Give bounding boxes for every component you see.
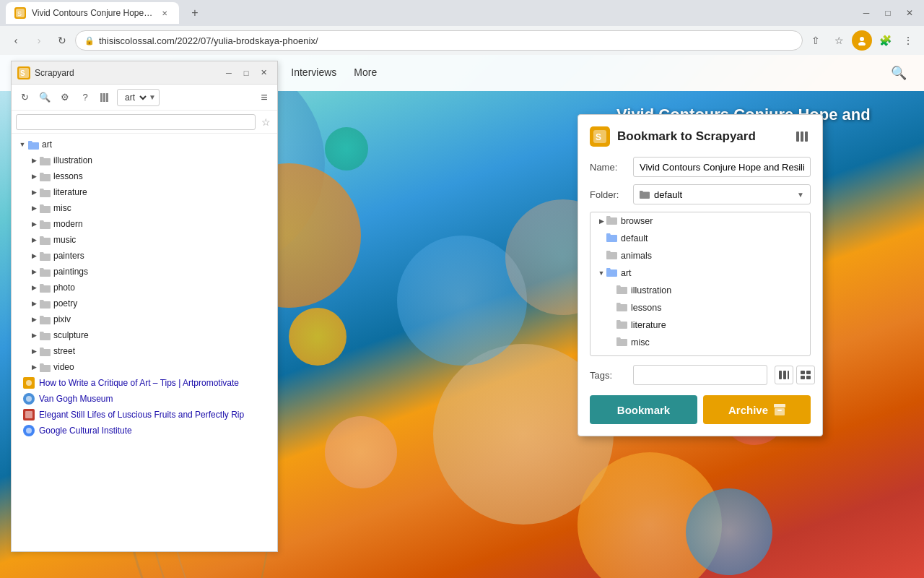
bp-tags-input[interactable] <box>633 365 767 385</box>
tree-label-pixiv: pixiv <box>53 314 273 324</box>
tree-link-artpromotivate[interactable]: How to Write a Critique of Art – Tips | … <box>12 375 277 391</box>
link-label-vangogh: Van Gogh Museum <box>39 394 113 404</box>
bp-tree-folder-illustration-icon <box>616 285 627 296</box>
tree-link-vangogh[interactable]: Van Gogh Museum <box>12 391 277 407</box>
bookmark-button[interactable]: Bookmark <box>590 395 697 424</box>
sc-dropdown-wrap[interactable]: art ▼ <box>117 89 160 106</box>
sc-library-select[interactable]: art <box>121 92 149 103</box>
window-maximize-button[interactable]: □ <box>879 7 897 20</box>
bp-tree-container: ▶ browser default animals <box>590 212 811 356</box>
bp-tree-item-lessons[interactable]: lessons <box>590 299 810 316</box>
sc-search-button[interactable]: 🔍 <box>36 89 53 106</box>
tree-folder-music-icon <box>39 234 51 246</box>
tree-item-painters[interactable]: ▶ painters <box>12 248 277 264</box>
bp-tag-icon-list-button[interactable] <box>775 366 793 384</box>
tree-item-photo[interactable]: ▶ photo <box>12 280 277 296</box>
svg-text:S: S <box>17 10 22 17</box>
scrapyard-maximize-button[interactable]: □ <box>238 66 254 79</box>
tree-folder-painters-icon <box>39 250 51 262</box>
tree-label-literature: literature <box>53 187 273 197</box>
tree-item-illustration[interactable]: ▶ illustration <box>12 152 277 168</box>
reload-button[interactable]: ↻ <box>52 30 72 51</box>
tree-item-music[interactable]: ▶ music <box>12 232 277 248</box>
tree-folder-video-icon <box>39 361 51 373</box>
sc-help-button[interactable]: ? <box>77 89 94 106</box>
archive-icon <box>774 404 785 415</box>
bp-tree-label-animals: animals <box>621 251 804 261</box>
website-search-icon[interactable]: 🔍 <box>891 65 907 81</box>
tree-link-stillifes[interactable]: Elegant Still Lifes of Luscious Fruits a… <box>12 407 277 423</box>
svg-rect-27 <box>777 410 782 411</box>
bp-tree-item-default[interactable]: default <box>590 230 810 247</box>
sc-settings-button[interactable]: ⚙ <box>56 89 74 106</box>
bp-tree-item-illustration[interactable]: illustration <box>590 282 810 299</box>
tab-close-icon[interactable]: ✕ <box>159 7 170 19</box>
bp-tags-row: Tags: <box>590 365 811 385</box>
back-button[interactable]: ‹ <box>6 30 26 51</box>
sc-refresh-button[interactable]: ↻ <box>16 89 33 106</box>
profile-button[interactable] <box>852 30 872 51</box>
tree-item-video[interactable]: ▶ video <box>12 359 277 375</box>
bp-tree-item-animals[interactable]: animals <box>590 247 810 264</box>
bp-tree-item-browser[interactable]: ▶ browser <box>590 212 810 230</box>
scrapyard-minimize-button[interactable]: ─ <box>221 66 237 79</box>
tree-item-poetry[interactable]: ▶ poetry <box>12 296 277 311</box>
window-controls: ─ □ ✕ <box>858 7 918 20</box>
bp-tree-item-art[interactable]: ▼ art <box>590 264 810 282</box>
tree-item-lessons[interactable]: ▶ lessons <box>12 168 277 184</box>
new-tab-button[interactable]: + <box>185 3 205 23</box>
tree-label-art: art <box>42 139 273 150</box>
nav-more[interactable]: More <box>354 64 377 82</box>
tree-folder-lessons-icon <box>39 171 51 182</box>
archive-button[interactable]: Archive <box>703 395 811 424</box>
sc-favorite-star-button[interactable]: ☆ <box>258 115 273 129</box>
tree-toggle-lessons-icon: ▶ <box>29 171 39 181</box>
scrapyard-search-input[interactable] <box>16 114 256 130</box>
tree-folder-modern-icon <box>39 218 51 230</box>
scrapyard-close-button[interactable]: ✕ <box>256 66 271 79</box>
tree-item-literature[interactable]: ▶ literature <box>12 184 277 200</box>
tree-link-googlecultural[interactable]: Google Cultural Institute <box>12 423 277 439</box>
bp-columns-button[interactable] <box>793 128 811 145</box>
bp-tree-item-misc[interactable]: misc <box>590 334 810 351</box>
tree-label-misc: misc <box>53 203 273 213</box>
tree-toggle-street-icon: ▶ <box>29 346 39 356</box>
bp-tree-folder-lessons-icon <box>616 302 627 314</box>
extensions-button[interactable]: 🧩 <box>875 30 895 51</box>
tree-label-paintings: paintings <box>53 267 273 277</box>
window-minimize-button[interactable]: ─ <box>858 7 875 20</box>
link-favicon-vangogh <box>23 393 35 405</box>
tree-item-street[interactable]: ▶ street <box>12 343 277 359</box>
bp-tree-item-literature[interactable]: literature <box>590 316 810 334</box>
browser-tab-active[interactable]: S Vivid Contours Conjure Hope an... ✕ <box>6 2 179 24</box>
bp-name-input[interactable] <box>633 157 811 177</box>
address-url: thisiscolossal.com/2022/07/yulia-brodska… <box>99 35 793 46</box>
bp-folder-select-wrap[interactable]: default ▼ <box>633 184 811 204</box>
address-bar[interactable]: 🔒 thisiscolossal.com/2022/07/yulia-brods… <box>75 30 803 51</box>
tree-label-street: street <box>53 346 273 356</box>
bookmark-star-button[interactable]: ☆ <box>829 30 849 51</box>
nav-interviews[interactable]: Interviews <box>291 64 336 82</box>
tree-item-pixiv[interactable]: ▶ pixiv <box>12 311 277 327</box>
tree-item-sculpture[interactable]: ▶ sculpture <box>12 327 277 343</box>
bp-tree-folder-literature-icon <box>616 319 627 331</box>
forward-button[interactable]: › <box>29 30 49 51</box>
bp-folder-dropdown-arrow-icon: ▼ <box>797 191 804 199</box>
bp-tree-folder-misc-icon <box>616 337 627 348</box>
tree-toggle-music-icon: ▶ <box>29 235 39 245</box>
tree-item-modern[interactable]: ▶ modern <box>12 216 277 232</box>
tree-item-misc[interactable]: ▶ misc <box>12 200 277 216</box>
tree-item-paintings[interactable]: ▶ paintings <box>12 264 277 280</box>
link-favicon-artpromotivate <box>23 377 35 389</box>
menu-button[interactable]: ⋮ <box>898 30 918 51</box>
bp-tag-icon-grid-button[interactable] <box>796 366 815 384</box>
link-label-artpromotivate: How to Write a Critique of Art – Tips | … <box>39 378 239 388</box>
svg-point-3 <box>858 42 866 46</box>
share-button[interactable]: ⇧ <box>806 30 826 51</box>
tree-item-art[interactable]: ▼ art <box>12 137 277 152</box>
sc-menu-button[interactable]: ≡ <box>256 89 273 106</box>
bp-name-field: Name: <box>590 157 811 177</box>
svg-rect-20 <box>788 371 789 379</box>
svg-rect-17 <box>805 131 808 142</box>
window-close-button[interactable]: ✕ <box>901 7 918 20</box>
